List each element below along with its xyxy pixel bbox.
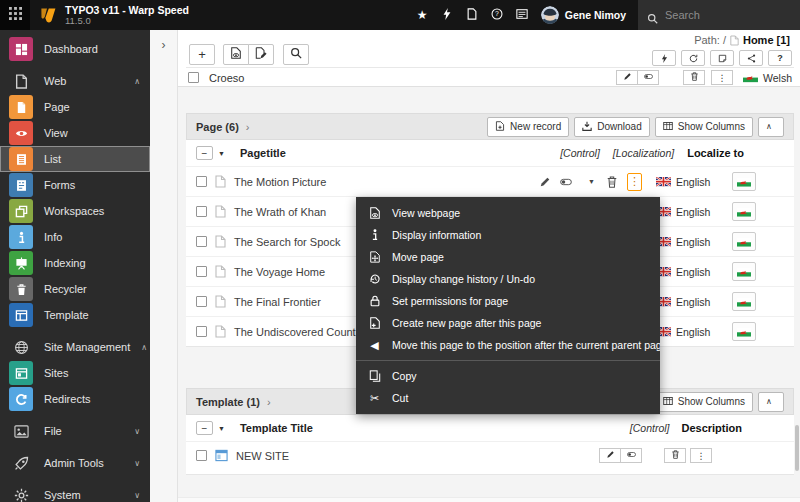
share-button[interactable] bbox=[739, 50, 763, 66]
more-options-button-active[interactable]: ⋮ bbox=[627, 173, 642, 191]
template-title-column-header: Template Title bbox=[240, 422, 313, 434]
page-icon bbox=[215, 205, 226, 218]
sidebar-item-admin-tools[interactable]: Admin Tools∨ bbox=[0, 450, 150, 476]
template-show-columns-button[interactable]: Show Columns bbox=[655, 392, 753, 412]
context-menu-item-create-new-page-after-this-page[interactable]: Create new page after this page bbox=[356, 312, 660, 334]
modules-grid-button[interactable] bbox=[0, 0, 30, 30]
cache-button[interactable] bbox=[652, 50, 676, 66]
systeminfo-button[interactable] bbox=[510, 0, 535, 30]
page-row-title[interactable]: The Final Frontier bbox=[234, 296, 321, 308]
context-menu-item-move-page[interactable]: Move page bbox=[356, 246, 660, 268]
new-record-button-top[interactable]: + bbox=[189, 44, 215, 65]
sidebar-item-view[interactable]: View bbox=[0, 120, 150, 146]
row-checkbox[interactable] bbox=[196, 450, 207, 461]
user-menu[interactable]: Gene Nimoy bbox=[541, 6, 626, 24]
context-menu-item-set-permissions-for-page[interactable]: Set permissions for page bbox=[356, 290, 660, 312]
template-collapse-button[interactable]: ∧ bbox=[758, 392, 784, 412]
page-row-title[interactable]: The Search for Spock bbox=[234, 236, 340, 248]
edit-button[interactable] bbox=[599, 448, 621, 463]
search-records-button[interactable] bbox=[283, 44, 309, 65]
caret-down-icon[interactable]: ▼ bbox=[588, 178, 595, 185]
sidebar-item-recycler[interactable]: Recycler bbox=[0, 276, 150, 302]
sidebar-item-template[interactable]: Template bbox=[0, 302, 150, 328]
chevron-right-icon[interactable]: › bbox=[246, 121, 250, 133]
reload-button[interactable] bbox=[681, 50, 705, 66]
plus-icon: + bbox=[198, 47, 206, 62]
context-menu-item-view-webpage[interactable]: View webpage bbox=[356, 202, 660, 224]
delete-button[interactable] bbox=[683, 70, 705, 85]
context-menu-item-move-this-page-to-the-position-after-the[interactable]: ◀Move this page to the position after th… bbox=[356, 334, 660, 356]
search-input[interactable] bbox=[665, 9, 777, 21]
hide-toggle-button[interactable] bbox=[637, 70, 659, 85]
page-row-title[interactable]: The Motion Picture bbox=[234, 176, 326, 188]
caret-down-icon[interactable]: ▼ bbox=[218, 150, 225, 157]
page-row-title[interactable]: The Undiscovered Country bbox=[234, 326, 365, 338]
row-checkbox[interactable] bbox=[196, 206, 207, 217]
chevron-right-icon[interactable]: › bbox=[162, 38, 166, 52]
sidebar-item-site-management[interactable]: Site Management∧ bbox=[0, 334, 150, 360]
delete-button[interactable] bbox=[664, 448, 686, 463]
sidebar-item-dashboard[interactable]: Dashboard bbox=[0, 36, 150, 62]
context-menu-item-copy[interactable]: Copy bbox=[356, 365, 660, 387]
edit-icon[interactable] bbox=[538, 175, 551, 188]
collapse-section-button[interactable]: ∧ bbox=[758, 117, 784, 137]
help-button[interactable]: ? bbox=[485, 0, 510, 30]
toggle-visibility-icon[interactable] bbox=[559, 175, 572, 188]
localize-to-welsh-button[interactable] bbox=[732, 202, 756, 221]
show-columns-button[interactable]: Show Columns bbox=[655, 117, 753, 137]
localize-to-welsh-button[interactable] bbox=[732, 262, 756, 281]
template-select-all-button[interactable]: − bbox=[196, 421, 213, 435]
new-document-button[interactable] bbox=[460, 0, 485, 30]
row-checkbox[interactable] bbox=[196, 236, 207, 247]
download-button[interactable]: Download bbox=[574, 117, 649, 137]
page-row-title[interactable]: The Wrath of Khan bbox=[234, 206, 326, 218]
new-record-button[interactable]: New record bbox=[487, 117, 569, 137]
edit-button[interactable] bbox=[616, 70, 638, 85]
row-controls: ▼⋮ bbox=[538, 173, 642, 191]
context-menu-item-display-change-history-un-do[interactable]: Display change history / Un-do bbox=[356, 268, 660, 290]
context-menu-item-cut[interactable]: ✂Cut bbox=[356, 387, 660, 409]
context-menu-item-display-information[interactable]: Display information bbox=[356, 224, 660, 246]
sidebar-collapse-strip: › bbox=[150, 30, 178, 502]
sidebar-item-forms[interactable]: Forms bbox=[0, 172, 150, 198]
edit-page-button[interactable] bbox=[248, 44, 274, 65]
uk-flag-icon bbox=[656, 177, 671, 187]
trash-icon bbox=[671, 450, 680, 461]
sidebar-item-sites[interactable]: Sites bbox=[0, 360, 150, 386]
view-webpage-button[interactable] bbox=[223, 44, 249, 65]
clear-cache-button[interactable] bbox=[435, 0, 460, 30]
sidebar-item-page[interactable]: Page bbox=[0, 94, 150, 120]
select-all-button[interactable]: − bbox=[196, 146, 213, 160]
localize-to-welsh-button[interactable] bbox=[732, 172, 756, 191]
hide-toggle-button[interactable] bbox=[620, 448, 642, 463]
note-button[interactable] bbox=[710, 50, 734, 66]
row-checkbox[interactable] bbox=[188, 72, 199, 83]
localize-to-welsh-button[interactable] bbox=[732, 292, 756, 311]
scrollbar-thumb[interactable] bbox=[795, 425, 799, 471]
sidebar-item-workspaces[interactable]: Workspaces bbox=[0, 198, 150, 224]
more-options-button[interactable]: ⋮ bbox=[711, 70, 733, 85]
localize-to-welsh-button[interactable] bbox=[732, 232, 756, 251]
sidebar-item-redirects[interactable]: Redirects bbox=[0, 386, 150, 412]
trash-icon[interactable] bbox=[605, 175, 618, 188]
sidebar-item-indexing[interactable]: Indexing bbox=[0, 250, 150, 276]
caret-down-icon[interactable]: ▼ bbox=[218, 425, 225, 432]
sidebar-item-label: Admin Tools bbox=[44, 457, 123, 469]
sidebar-item-web[interactable]: Web∧ bbox=[0, 68, 150, 94]
sidebar-item-info[interactable]: Info bbox=[0, 224, 150, 250]
more-options-button[interactable]: ⋮ bbox=[690, 448, 712, 463]
sidebar-item-system[interactable]: System∨ bbox=[0, 482, 150, 502]
row-checkbox[interactable] bbox=[196, 326, 207, 337]
row-checkbox[interactable] bbox=[196, 266, 207, 277]
localize-to-welsh-button[interactable] bbox=[732, 322, 756, 341]
sidebar-item-file[interactable]: File∨ bbox=[0, 418, 150, 444]
docheader-help-button[interactable]: ? bbox=[768, 50, 792, 66]
svg-text:?: ? bbox=[495, 10, 499, 17]
user-name: Gene Nimoy bbox=[565, 9, 626, 21]
bookmark-button[interactable]: ★ bbox=[410, 0, 435, 30]
row-checkbox[interactable] bbox=[196, 296, 207, 307]
chevron-right-icon[interactable]: › bbox=[267, 396, 271, 408]
page-row-title[interactable]: The Voyage Home bbox=[234, 266, 325, 278]
sidebar-item-list[interactable]: List bbox=[0, 146, 150, 172]
row-checkbox[interactable] bbox=[196, 176, 207, 187]
